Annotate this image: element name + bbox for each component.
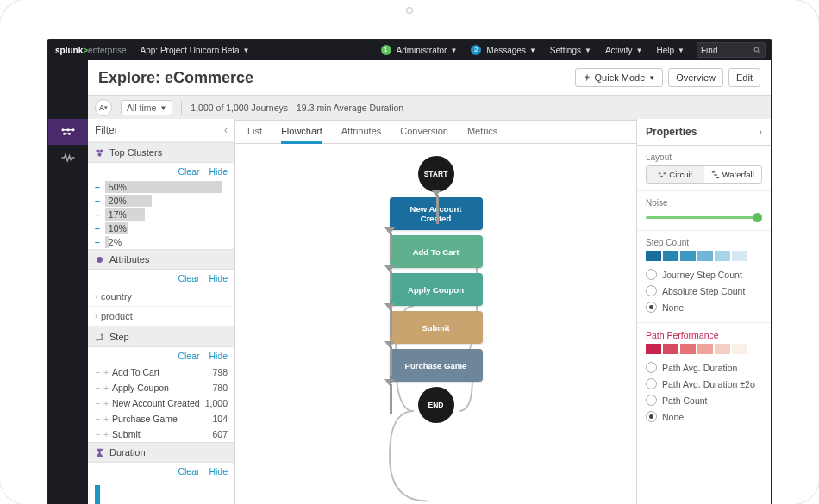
cluster-remove-icon[interactable]: – <box>95 196 100 206</box>
step-count: 780 <box>212 383 228 393</box>
duration-clear-link[interactable]: Clear <box>178 466 199 476</box>
attribute-row[interactable]: ›product <box>88 307 234 327</box>
flow-start[interactable]: START <box>418 156 454 192</box>
step-name: Apply Coupon <box>112 383 212 393</box>
step-row[interactable]: −+New Account Created1,000 <box>88 395 234 411</box>
path-perf-radio[interactable]: Path Avg. Duration ±2σ <box>646 376 762 392</box>
cluster-row[interactable]: –2% <box>88 235 234 249</box>
nav-pulse[interactable] <box>48 145 88 171</box>
plus-icon[interactable]: + <box>103 398 109 408</box>
section-step[interactable]: Step <box>88 327 234 347</box>
cluster-row[interactable]: –50% <box>88 180 234 194</box>
tab-attributes[interactable]: Attributes <box>341 119 381 143</box>
path-perf-radio[interactable]: Path Avg. Duration <box>646 359 762 376</box>
menu-help[interactable]: Help ▼ <box>650 46 692 55</box>
cluster-remove-icon[interactable]: – <box>95 182 100 192</box>
minus-icon[interactable]: − <box>95 429 100 439</box>
path-perf-radio[interactable]: Path Count <box>646 392 762 408</box>
noise-slider[interactable] <box>646 211 762 223</box>
cluster-row[interactable]: –17% <box>88 208 234 221</box>
path-perf-label: Path Performance <box>646 330 762 340</box>
nav-journeys[interactable] <box>48 119 88 145</box>
cluster-remove-icon[interactable]: – <box>95 237 100 247</box>
attributes-clear-link[interactable]: Clear <box>178 273 199 283</box>
step-hide-link[interactable]: Hide <box>209 351 228 361</box>
menu-settings[interactable]: Settings ▼ <box>543 46 598 55</box>
layout-waterfall[interactable]: Waterfall <box>704 166 762 183</box>
cluster-remove-icon[interactable]: – <box>95 209 100 220</box>
minus-icon[interactable]: − <box>95 367 100 377</box>
attributes-hide-link[interactable]: Hide <box>209 273 228 283</box>
flow-end[interactable]: END <box>418 387 454 423</box>
step-row[interactable]: −+Add To Cart798 <box>88 364 234 380</box>
collapse-filter-button[interactable]: ‹ <box>224 124 228 136</box>
clusters-hide-link[interactable]: Hide <box>209 166 228 177</box>
series-selector[interactable]: A▾ <box>95 99 112 116</box>
tab-flowchart[interactable]: Flowchart <box>281 119 322 144</box>
step-row[interactable]: −+Submit607 <box>88 426 234 442</box>
section-duration[interactable]: Duration <box>88 442 234 463</box>
svg-rect-20 <box>716 177 719 178</box>
search-input[interactable]: Find <box>697 42 766 58</box>
collapse-props-button[interactable]: › <box>759 126 762 138</box>
flow-node[interactable]: Purchase Game <box>390 349 483 382</box>
caret-down-icon: ▼ <box>159 104 166 112</box>
radio-label: Path Count <box>662 395 708 406</box>
step-clear-link[interactable]: Clear <box>178 351 199 361</box>
app-selector[interactable]: App: Project Unicorn Beta ▼ <box>134 46 257 55</box>
step-row[interactable]: −+Purchase Game104 <box>88 411 234 426</box>
flowchart-canvas[interactable]: START New Account CreatedAdd To CartAppl… <box>235 144 636 504</box>
radio-label: None <box>662 412 684 422</box>
plus-icon[interactable]: + <box>103 429 109 439</box>
page-header: Explore: eCommerce Quick Mode ▼ Overview… <box>88 60 771 96</box>
slider-knob[interactable] <box>753 213 762 222</box>
tab-list[interactable]: List <box>247 119 262 143</box>
time-range-picker[interactable]: All time ▼ <box>121 100 172 115</box>
svg-rect-17 <box>661 175 664 177</box>
menu-messages[interactable]: 2 Messages ▼ <box>464 45 543 55</box>
menu-activity[interactable]: Activity ▼ <box>598 46 650 55</box>
minus-icon[interactable]: − <box>95 414 100 424</box>
flow-node[interactable]: Apply Coupon <box>390 273 483 306</box>
section-attributes[interactable]: Attributes <box>88 249 234 270</box>
minus-icon[interactable]: − <box>95 398 100 408</box>
clusters-icon <box>95 148 104 158</box>
path-perf-radio[interactable]: None <box>646 408 762 425</box>
plus-icon[interactable]: + <box>103 414 109 424</box>
brand-logo[interactable]: splunk>enterprise <box>48 46 134 55</box>
cluster-remove-icon[interactable]: – <box>95 223 100 233</box>
menu-administrator[interactable]: 1 Administrator ▼ <box>374 45 465 55</box>
duration-hide-link[interactable]: Hide <box>209 466 228 476</box>
radio-icon <box>646 411 657 422</box>
plus-icon[interactable]: + <box>103 367 109 377</box>
cluster-pct: 17% <box>109 208 127 221</box>
tab-conversion[interactable]: Conversion <box>400 119 448 143</box>
journey-icon <box>60 126 76 138</box>
step-count-radio[interactable]: Absolute Step Count <box>646 283 762 299</box>
edit-button[interactable]: Edit <box>728 68 760 87</box>
flow-node[interactable]: Submit <box>390 311 483 344</box>
section-top-clusters[interactable]: Top Clusters <box>88 142 234 163</box>
layout-waterfall-label: Waterfall <box>722 170 754 179</box>
step-count-radio[interactable]: None <box>646 299 762 315</box>
step-count-radio[interactable]: Journey Step Count <box>646 266 762 283</box>
layout-toggle: Circuit Waterfall <box>646 165 762 184</box>
chevron-right-icon: › <box>95 292 97 301</box>
clusters-clear-link[interactable]: Clear <box>178 166 199 177</box>
attribute-row[interactable]: ›country <box>88 287 234 307</box>
layout-circuit[interactable]: Circuit <box>647 166 704 183</box>
avg-duration: 19.3 min Average Duration <box>297 103 403 113</box>
plus-icon[interactable]: + <box>103 383 109 393</box>
overview-button[interactable]: Overview <box>668 68 723 87</box>
tab-metrics[interactable]: Metrics <box>467 119 497 143</box>
quick-mode-button[interactable]: Quick Mode ▼ <box>575 68 664 87</box>
svg-point-14 <box>96 338 98 340</box>
cluster-row[interactable]: –10% <box>88 221 234 235</box>
duration-chart <box>88 480 234 504</box>
flow-end-label: END <box>428 401 444 409</box>
minus-icon[interactable]: − <box>95 383 100 393</box>
flow-node[interactable]: Add To Cart <box>390 235 483 268</box>
cluster-row[interactable]: –20% <box>88 194 234 208</box>
step-row[interactable]: −+Apply Coupon780 <box>88 380 234 395</box>
caret-down-icon: ▼ <box>243 47 250 54</box>
